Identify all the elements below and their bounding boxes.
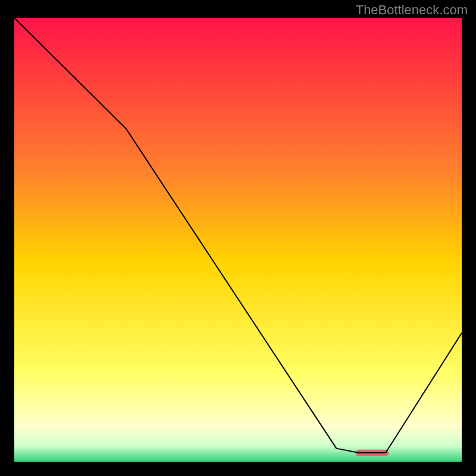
watermark-text: TheBottleneck.com (356, 2, 468, 18)
chart-svg (14, 18, 462, 462)
chart-container: TheBottleneck.com (0, 0, 476, 476)
plot-area (14, 18, 462, 462)
